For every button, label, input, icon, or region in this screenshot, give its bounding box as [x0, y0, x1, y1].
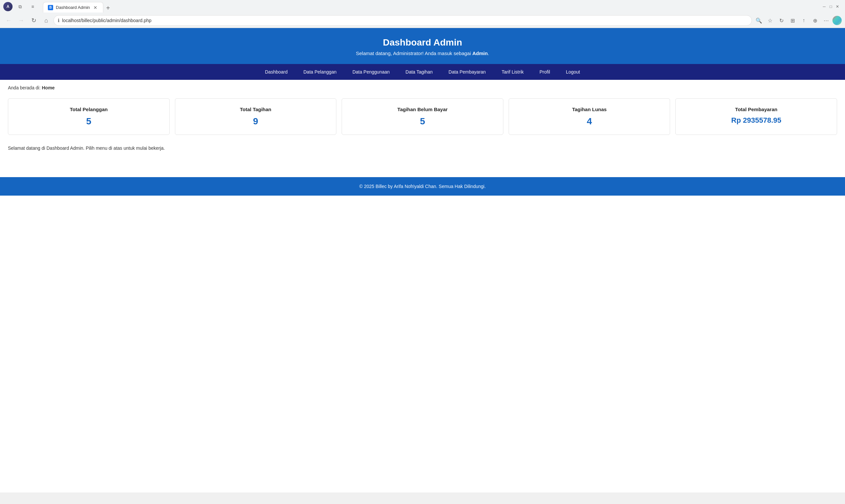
collections-icon[interactable]: ⊞	[788, 16, 797, 25]
title-bar: A ⧉ ≡ B Dashboard Admin ✕ + ─ □ ✕	[0, 0, 845, 13]
card-value: 5	[15, 116, 163, 127]
welcome-message: Selamat datang di Dashboard Admin. Pilih…	[0, 143, 845, 164]
window-controls: ─ □ ✕	[822, 4, 840, 9]
page-content: Dashboard Admin Selamat datang, Administ…	[0, 28, 845, 492]
footer-text: © 2025 Billec by Arifa Nofriyaldi Chan. …	[359, 184, 486, 189]
nav-item-profil[interactable]: Profil	[532, 64, 558, 80]
browser-toolbar: ← → ↻ ⌂ ℹ 🔍 ☆ ↻ ⊞ ↑ ⊕ ⋯	[0, 13, 845, 28]
card-total-tagihan: Total Tagihan 9	[175, 98, 337, 135]
favorites-icon[interactable]: ☆	[765, 16, 775, 25]
nav-item-pelanggan[interactable]: Data Pelanggan	[295, 64, 344, 80]
card-value: 5	[349, 116, 496, 127]
page-title: Dashboard Admin	[6, 37, 839, 48]
tabs-area: B Dashboard Admin ✕ +	[40, 1, 819, 13]
tab-title: Dashboard Admin	[56, 5, 90, 10]
reload-button[interactable]: ↻	[29, 15, 39, 26]
card-total-pembayaran: Total Pembayaran Rp 2935578.95	[675, 98, 837, 135]
url-input[interactable]	[62, 18, 747, 23]
share-icon[interactable]: ↑	[799, 16, 809, 25]
breadcrumb: Anda berada di: Home	[0, 80, 845, 96]
nav-item-logout[interactable]: Logout	[558, 64, 588, 80]
nav-item-penggunaan[interactable]: Data Penggunaan	[345, 64, 398, 80]
nav-item-pembayaran[interactable]: Data Pembayaran	[441, 64, 494, 80]
nav-item-dashboard[interactable]: Dashboard	[257, 64, 296, 80]
back-button[interactable]: ←	[3, 15, 14, 26]
lock-icon: ℹ	[58, 18, 59, 23]
new-tab-button[interactable]: +	[103, 3, 112, 13]
nav-item-tarif[interactable]: Tarif Listrik	[494, 64, 532, 80]
active-tab[interactable]: B Dashboard Admin ✕	[43, 2, 103, 13]
card-title: Total Tagihan	[182, 107, 330, 112]
tab-favicon: B	[48, 5, 53, 10]
update-icon[interactable]: ↻	[776, 16, 786, 25]
card-title: Total Pelanggan	[15, 107, 163, 112]
forward-button[interactable]: →	[16, 15, 27, 26]
microsoft-icon[interactable]	[832, 16, 842, 25]
page-subtitle: Selamat datang, Administrator! Anda masu…	[6, 51, 839, 56]
browser-menu-icon[interactable]: ≡	[28, 2, 38, 12]
card-tagihan-lunas: Tagihan Lunas 4	[509, 98, 670, 135]
search-icon[interactable]: 🔍	[754, 16, 764, 25]
page-header: Dashboard Admin Selamat datang, Administ…	[0, 28, 845, 64]
stats-cards: Total Pelanggan 5 Total Tagihan 9 Tagiha…	[0, 96, 845, 143]
address-bar[interactable]: ℹ	[53, 15, 752, 26]
card-value: 4	[515, 116, 664, 127]
nav-item-tagihan[interactable]: Data Tagihan	[398, 64, 441, 80]
maximize-button[interactable]: □	[828, 4, 833, 9]
page-footer: © 2025 Billec by Arifa Nofriyaldi Chan. …	[0, 177, 845, 196]
browser-chrome: A ⧉ ≡ B Dashboard Admin ✕ + ─ □ ✕ ← → ↻ …	[0, 0, 845, 28]
minimize-button[interactable]: ─	[822, 4, 827, 9]
card-tagihan-belum-bayar: Tagihan Belum Bayar 5	[341, 98, 504, 135]
card-value: 9	[182, 116, 330, 127]
tab-close-button[interactable]: ✕	[92, 5, 99, 11]
card-title: Total Pembayaran	[682, 107, 830, 112]
close-button[interactable]: ✕	[835, 4, 840, 9]
breadcrumb-current: Home	[42, 85, 55, 90]
browser-profile-icon[interactable]: A	[3, 2, 13, 11]
main-navigation: Dashboard Data Pelanggan Data Penggunaan…	[0, 64, 845, 80]
home-button[interactable]: ⌂	[41, 15, 52, 26]
card-title: Tagihan Belum Bayar	[349, 107, 496, 112]
more-button[interactable]: ⋯	[821, 16, 831, 25]
browser-right-icons: 🔍 ☆ ↻ ⊞ ↑ ⊕ ⋯	[754, 16, 842, 25]
card-total-pelanggan: Total Pelanggan 5	[8, 98, 170, 135]
tab-manager-icon[interactable]: ⧉	[15, 2, 25, 12]
card-title: Tagihan Lunas	[515, 107, 664, 112]
card-value-currency: Rp 2935578.95	[682, 116, 830, 125]
extensions-icon[interactable]: ⊕	[810, 16, 820, 25]
